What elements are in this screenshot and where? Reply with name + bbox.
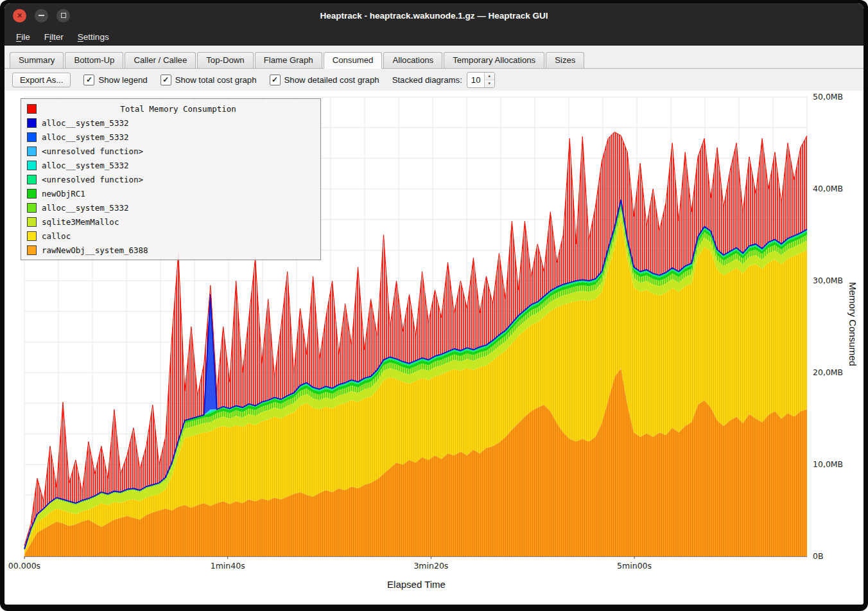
tab-consumed[interactable]: Consumed [324,52,383,69]
maximize-icon [61,13,66,18]
tab-top-down[interactable]: Top-Down [197,52,253,69]
legend-swatch [27,217,37,227]
legend-entry-2: alloc__system_5332 [24,130,317,144]
tab-caller-callee[interactable]: Caller / Callee [125,52,196,69]
legend-label: <unresolved function> [42,146,143,156]
titlebar[interactable]: ✕ Heaptrack - heaptrack.wakunode.1.gz — … [4,3,864,28]
menu-file[interactable]: File [10,30,37,44]
checkbox-show-detailed-cost-graph[interactable]: ✓Show detailed cost graph [270,75,379,85]
stacked-diagrams-spinbox[interactable]: 10 ▲ ▼ [467,72,495,88]
legend-entry-5: <unresolved function> [24,172,317,186]
legend-label: sqlite3MemMalloc [42,217,119,227]
legend-entry-9: calloc [24,229,317,243]
legend-swatch [27,175,37,184]
checkbox-label: Show legend [98,75,147,85]
tab-sizes[interactable]: Sizes [546,52,584,69]
checkbox-box[interactable]: ✓ [83,75,94,85]
stacked-diagrams-label: Stacked diagrams: [392,75,462,85]
legend-entry-7: alloc__system_5332 [24,200,317,215]
menu-filter[interactable]: Filter [38,30,70,44]
memory-chart[interactable]: 0B10,0MB20,0MB30,0MB40,0MB50,0MB00.000s1… [4,91,864,605]
legend-label: calloc [42,231,71,241]
legend-entry-8: sqlite3MemMalloc [24,215,317,229]
legend-title-row: Total Memory Consumption [24,102,317,116]
legend-label: Total Memory Consumption [42,104,315,114]
y-axis-title: Memory Consumed [847,282,858,366]
legend-label: alloc__system_5332 [42,203,128,213]
legend-entry-1: alloc__system_5332 [24,116,317,130]
app-window: ✕ Heaptrack - heaptrack.wakunode.1.gz — … [0,0,868,611]
legend-entry-4: alloc__system_5332 [24,158,317,172]
app-frame: ✕ Heaptrack - heaptrack.wakunode.1.gz — … [4,3,864,605]
checkbox-label: Show total cost graph [175,75,257,85]
legend-label: alloc__system_5332 [42,118,128,128]
checkbox-box[interactable]: ✓ [161,75,171,85]
svg-text:5min00s: 5min00s [617,561,652,571]
tab-flame-graph[interactable]: Flame Graph [255,52,322,69]
toolbar: Export As... ✓Show legend✓Show total cos… [4,69,864,91]
legend-swatch [27,245,37,255]
legend-swatch [27,118,37,128]
legend-label: newObjRC1 [42,189,85,199]
x-axis-title: Elapsed Time [4,579,828,590]
menu-settings[interactable]: Settings [71,30,116,44]
spin-down-button[interactable]: ▼ [485,80,494,87]
maximize-button[interactable] [56,9,70,22]
checkbox-show-total-cost-graph[interactable]: ✓Show total cost graph [161,75,257,85]
chart-legend: Total Memory Consumptionalloc__system_53… [21,98,321,260]
minimize-button[interactable] [35,9,48,22]
stacked-diagrams-value: 10 [467,73,484,87]
spin-up-button[interactable]: ▲ [485,73,494,80]
minimize-icon [39,15,44,16]
menubar: FileFilterSettings [4,28,864,46]
legend-swatch [27,231,37,241]
tab-bar: SummaryBottom-UpCaller / CalleeTop-DownF… [4,46,864,69]
legend-label: alloc__system_5332 [42,161,128,170]
svg-text:00.000s: 00.000s [8,561,40,571]
svg-text:50,0MB: 50,0MB [813,92,843,102]
svg-text:0B: 0B [813,551,824,561]
svg-text:3min20s: 3min20s [413,561,448,571]
tab-bottom-up[interactable]: Bottom-Up [65,52,123,69]
svg-text:30,0MB: 30,0MB [813,276,843,285]
window-controls: ✕ [13,3,70,28]
svg-text:40,0MB: 40,0MB [813,184,843,193]
svg-text:20,0MB: 20,0MB [813,367,843,377]
checkbox-label: Show detailed cost graph [284,75,379,85]
tab-temporary-allocations[interactable]: Temporary Allocations [444,52,544,69]
legend-swatch [27,104,37,114]
legend-entry-6: newObjRC1 [24,186,317,200]
svg-text:1min40s: 1min40s [211,561,245,571]
close-button[interactable]: ✕ [13,9,26,22]
export-as-button[interactable]: Export As... [12,73,71,87]
legend-entry-10: rawNewObj__system_6388 [24,243,317,257]
tab-allocations[interactable]: Allocations [383,52,442,69]
legend-entry-3: <unresolved function> [24,144,317,158]
legend-label: alloc__system_5332 [42,132,128,142]
legend-swatch [27,189,37,199]
legend-swatch [27,146,37,156]
window-title: Heaptrack - heaptrack.wakunode.1.gz — He… [320,11,548,21]
stacked-diagrams-group: Stacked diagrams: 10 ▲ ▼ [392,72,495,88]
checkbox-box[interactable]: ✓ [270,75,281,85]
tab-summary[interactable]: Summary [10,52,64,69]
legend-label: rawNewObj__system_6388 [42,245,148,255]
spin-buttons: ▲ ▼ [484,73,494,87]
legend-swatch [27,132,37,142]
legend-swatch [27,161,37,170]
legend-swatch [27,203,37,213]
legend-label: <unresolved function> [42,175,143,184]
checkbox-show-legend[interactable]: ✓Show legend [83,75,147,85]
svg-text:10,0MB: 10,0MB [813,459,843,469]
